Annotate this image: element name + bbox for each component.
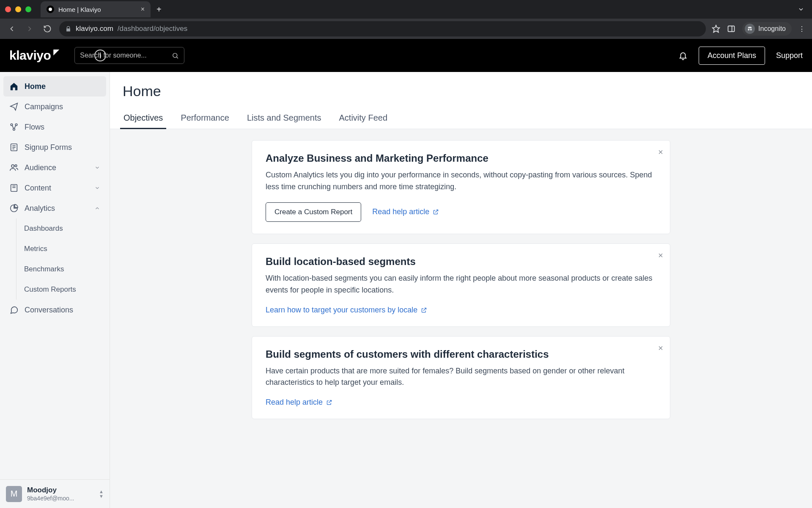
sidebar-item-label: Analytics	[25, 204, 55, 213]
link-label: Read help article	[266, 398, 323, 407]
svg-point-14	[11, 165, 14, 167]
sidebar-sub-dashboards[interactable]: Dashboards	[16, 218, 106, 239]
star-icon[interactable]	[712, 25, 720, 33]
link-label: Learn how to target your customers by lo…	[266, 306, 417, 315]
create-report-button[interactable]: Create a Custom Report	[266, 202, 361, 222]
external-link-icon	[433, 209, 439, 215]
side-nav: Home Campaigns Flows	[0, 72, 110, 479]
card-body: Custom Analytics lets you dig into your …	[266, 169, 656, 193]
analytics-icon	[9, 204, 19, 213]
content: Home Objectives Performance Lists and Se…	[110, 72, 812, 508]
svg-rect-1	[728, 26, 735, 31]
profile-email: 9ba4e9ef@moo...	[27, 495, 74, 502]
tab-objectives[interactable]: Objectives	[123, 107, 164, 129]
sidebar-item-conversations[interactable]: Conversations	[3, 300, 106, 320]
browser-tab[interactable]: Home | Klaviyo ×	[41, 1, 151, 17]
sidebar-item-home[interactable]: Home	[3, 76, 106, 97]
browser-chrome: Home | Klaviyo × + klaviyo.com/dashboard…	[0, 0, 812, 39]
search-icon	[172, 52, 179, 59]
sidebar-analytics-sub: Dashboards Metrics Benchmarks Custom Rep…	[16, 218, 106, 300]
sort-chevrons-icon: ▲▼	[99, 489, 104, 499]
svg-rect-16	[11, 185, 17, 192]
content-body: × Analyze Business and Marketing Perform…	[110, 129, 812, 508]
search-input[interactable]	[80, 52, 167, 59]
close-icon[interactable]: ×	[658, 343, 663, 353]
tab-performance[interactable]: Performance	[180, 107, 230, 129]
address-bar-row: klaviyo.com/dashboard/objectives Incogni…	[0, 19, 812, 39]
bell-icon[interactable]	[678, 51, 688, 60]
account-plans-button[interactable]: Account Plans	[699, 47, 765, 65]
card-title: Build segments of customers with differe…	[266, 348, 656, 360]
svg-point-7	[11, 124, 13, 126]
url-path: /dashboard/objectives	[118, 25, 187, 33]
sidebar-item-label: Audience	[25, 163, 56, 172]
external-link-icon	[326, 399, 332, 406]
forms-icon	[9, 143, 19, 152]
support-link[interactable]: Support	[776, 51, 803, 60]
external-link-icon	[421, 307, 427, 313]
tab-lists-segments[interactable]: Lists and Segments	[246, 107, 322, 129]
card-characteristic-segments: × Build segments of customers with diffe…	[252, 336, 670, 420]
forward-button[interactable]	[24, 23, 36, 35]
tab-activity-feed[interactable]: Activity Feed	[338, 107, 388, 129]
card-analyze-performance: × Analyze Business and Marketing Perform…	[252, 140, 670, 234]
close-window-icon[interactable]	[5, 6, 11, 12]
new-tab-button[interactable]: +	[151, 5, 167, 14]
card-actions: Create a Custom Report Read help article	[266, 202, 656, 222]
back-button[interactable]	[6, 23, 18, 35]
chevron-down-icon[interactable]	[798, 6, 804, 13]
url-bar[interactable]: klaviyo.com/dashboard/objectives	[59, 21, 706, 36]
profile-meta: Moodjoy 9ba4e9ef@moo...	[27, 486, 74, 502]
close-icon[interactable]: ×	[658, 147, 663, 157]
card-location-segments: × Build location-based segments With loc…	[252, 243, 670, 327]
tabs-row: Objectives Performance Lists and Segment…	[123, 107, 799, 129]
window-controls	[5, 6, 31, 12]
profile-switcher[interactable]: M Moodjoy 9ba4e9ef@moo... ▲▼	[0, 479, 110, 508]
sidebar-sub-metrics[interactable]: Metrics	[16, 239, 106, 259]
lock-icon	[65, 26, 71, 32]
incognito-badge[interactable]: Incognito	[742, 22, 792, 36]
svg-point-3	[748, 29, 749, 30]
chevron-down-icon	[94, 185, 100, 191]
sidebar-item-label: Flows	[25, 123, 44, 132]
card-body: With location-based segments you can eas…	[266, 273, 656, 296]
close-icon[interactable]: ×	[658, 251, 663, 260]
maximize-window-icon[interactable]	[25, 6, 31, 12]
sidebar-item-analytics[interactable]: Analytics	[3, 198, 106, 218]
chevron-down-icon	[94, 165, 100, 171]
sidebar-item-label: Signup Forms	[25, 143, 72, 152]
home-icon	[9, 82, 19, 91]
kebab-menu-icon[interactable]: ⋮	[798, 25, 806, 33]
svg-point-8	[15, 124, 17, 126]
card-body: Have certain products that are more suit…	[266, 365, 656, 389]
svg-marker-0	[713, 25, 720, 33]
sidebar-item-content[interactable]: Content	[3, 178, 106, 198]
incognito-label: Incognito	[758, 25, 786, 33]
tab-strip: Home | Klaviyo × +	[0, 0, 812, 19]
global-search[interactable]	[74, 47, 184, 64]
svg-line-6	[177, 57, 178, 58]
panel-icon[interactable]	[727, 25, 735, 33]
sidebar-sub-custom-reports[interactable]: Custom Reports	[16, 279, 106, 300]
sidebar-item-label: Conversations	[25, 306, 73, 315]
campaigns-icon	[9, 102, 19, 111]
tab-close-icon[interactable]: ×	[141, 6, 145, 13]
logo-flag-icon	[53, 50, 59, 55]
minimize-window-icon[interactable]	[15, 6, 21, 12]
sidebar-item-flows[interactable]: Flows	[3, 117, 106, 137]
sidebar-item-campaigns[interactable]: Campaigns	[3, 97, 106, 117]
sidebar-item-audience[interactable]: Audience	[3, 157, 106, 178]
text-cursor-indicator	[94, 50, 106, 61]
sidebar-item-label: Content	[25, 184, 51, 193]
reload-button[interactable]	[41, 23, 53, 35]
klaviyo-logo[interactable]: klaviyo	[9, 48, 59, 63]
profile-name: Moodjoy	[27, 486, 74, 494]
tab-title: Home | Klaviyo	[58, 6, 101, 13]
help-article-link[interactable]: Read help article	[372, 207, 439, 216]
help-article-link[interactable]: Read help article	[266, 398, 332, 407]
locale-targeting-link[interactable]: Learn how to target your customers by lo…	[266, 306, 427, 315]
page-title: Home	[123, 83, 799, 99]
sidebar-sub-benchmarks[interactable]: Benchmarks	[16, 259, 106, 279]
sidebar-item-forms[interactable]: Signup Forms	[3, 137, 106, 157]
card-actions: Learn how to target your customers by lo…	[266, 306, 656, 315]
